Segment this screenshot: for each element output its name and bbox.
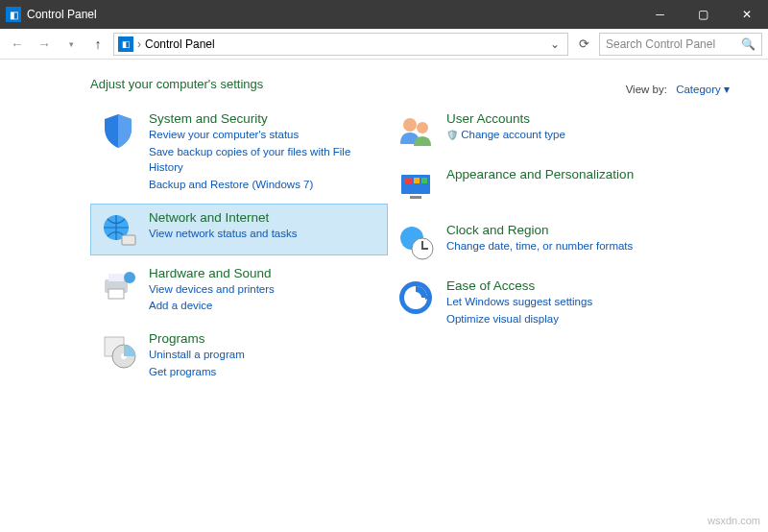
path-text: Control Panel <box>145 37 215 51</box>
svg-rect-14 <box>421 178 427 183</box>
svg-point-10 <box>417 122 428 133</box>
sublink[interactable]: Uninstall a program <box>149 347 245 363</box>
svg-rect-4 <box>108 289 124 299</box>
globe-icon <box>99 210 137 249</box>
address-path[interactable]: ◧ › Control Panel ⌄ <box>113 33 568 56</box>
search-placeholder: Search Control Panel <box>606 37 715 51</box>
path-icon: ◧ <box>118 36 133 52</box>
uac-shield-icon: 🛡️ <box>446 130 458 140</box>
sublink[interactable]: Get programs <box>149 364 245 380</box>
shield-icon <box>99 111 137 150</box>
category-title[interactable]: System and Security <box>149 111 379 126</box>
sublink[interactable]: Backup and Restore (Windows 7) <box>149 177 379 193</box>
sublink[interactable]: View devices and printers <box>149 281 275 298</box>
svg-rect-12 <box>404 178 412 183</box>
search-input[interactable]: Search Control Panel 🔍 <box>599 33 762 56</box>
svg-rect-3 <box>108 274 124 281</box>
category-hardware-sound[interactable]: Hardware and Sound View devices and prin… <box>90 259 388 321</box>
recent-dropdown[interactable]: ▾ <box>60 33 83 56</box>
category-title[interactable]: Ease of Access <box>446 278 592 293</box>
view-by-label: View by: <box>626 84 667 95</box>
address-bar: ← → ▾ ↑ ◧ › Control Panel ⌄ ⟳ Search Con… <box>0 29 768 60</box>
svg-rect-15 <box>410 196 421 199</box>
sublink[interactable]: Add a device <box>149 298 275 314</box>
sublink[interactable]: Let Windows suggest settings <box>446 294 592 310</box>
maximize-button[interactable]: ▢ <box>682 0 725 29</box>
view-by: View by: Category ▾ <box>626 83 730 96</box>
category-column-left: System and Security Review your computer… <box>90 105 388 390</box>
category-programs[interactable]: Programs Uninstall a program Get program… <box>90 325 388 386</box>
svg-point-5 <box>124 272 135 283</box>
category-title[interactable]: Network and Internet <box>149 210 297 225</box>
search-icon: 🔍 <box>741 37 756 51</box>
ease-of-access-icon <box>396 278 435 317</box>
control-panel-icon: ◧ <box>6 7 21 22</box>
sublink[interactable]: View network status and tasks <box>149 226 297 242</box>
printer-icon <box>99 266 137 304</box>
sublink[interactable]: 🛡️ Change account type <box>446 127 565 143</box>
svg-rect-1 <box>122 235 135 245</box>
category-title[interactable]: Clock and Region <box>446 223 633 237</box>
disc-icon <box>99 331 137 370</box>
category-column-right: User Accounts 🛡️ Change account type App… <box>388 105 685 390</box>
path-sep-icon: › <box>137 37 141 51</box>
window-title: Control Panel <box>27 8 638 21</box>
users-icon <box>396 111 435 150</box>
view-by-dropdown[interactable]: Category ▾ <box>676 84 730 95</box>
svg-rect-13 <box>414 178 420 183</box>
clock-globe-icon <box>396 223 435 261</box>
up-button[interactable]: ↑ <box>86 33 109 56</box>
category-clock-region[interactable]: Clock and Region Change date, time, or n… <box>388 216 685 268</box>
forward-button[interactable]: → <box>33 33 56 56</box>
category-appearance-personalization[interactable]: Appearance and Personalization <box>388 160 685 212</box>
refresh-button[interactable]: ⟳ <box>572 33 595 56</box>
category-title[interactable]: Hardware and Sound <box>149 266 275 280</box>
monitor-icon <box>396 167 435 206</box>
sublink[interactable]: Save backup copies of your files with Fi… <box>149 144 379 176</box>
watermark: wsxdn.com <box>708 515 760 526</box>
minimize-button[interactable]: ─ <box>638 0 682 29</box>
sublink[interactable]: Change date, time, or number formats <box>446 238 633 254</box>
sublink[interactable]: Optimize visual display <box>446 311 592 327</box>
category-title[interactable]: Programs <box>149 331 245 346</box>
category-title[interactable]: Appearance and Personalization <box>446 167 634 181</box>
category-title[interactable]: User Accounts <box>446 111 565 126</box>
path-dropdown-icon[interactable]: ⌄ <box>546 34 564 55</box>
svg-point-9 <box>403 118 417 132</box>
back-button[interactable]: ← <box>6 33 29 56</box>
category-network-internet[interactable]: Network and Internet View network status… <box>90 204 388 255</box>
close-button[interactable]: ✕ <box>725 0 768 29</box>
content-area: Adjust your computer's settings View by:… <box>0 60 768 390</box>
category-system-security[interactable]: System and Security Review your computer… <box>90 105 388 200</box>
category-user-accounts[interactable]: User Accounts 🛡️ Change account type <box>388 105 685 157</box>
titlebar: ◧ Control Panel ─ ▢ ✕ <box>0 0 768 29</box>
category-ease-of-access[interactable]: Ease of Access Let Windows suggest setti… <box>388 272 685 333</box>
sublink[interactable]: Review your computer's status <box>149 127 379 143</box>
